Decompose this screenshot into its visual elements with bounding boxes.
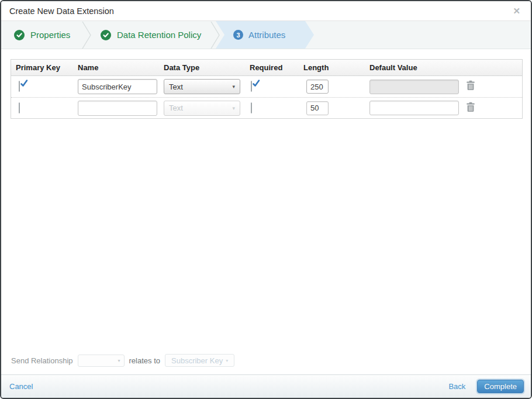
back-link[interactable]: Back (448, 382, 465, 391)
cancel-link[interactable]: Cancel (9, 382, 33, 391)
table-row: Text▾ (11, 98, 522, 118)
send-relationship-row: Send Relationship ▾ relates to Subscribe… (11, 354, 234, 367)
step-divider-chevron-icon (82, 22, 92, 49)
required-checkbox (251, 81, 252, 92)
name-input[interactable] (78, 79, 157, 94)
primary-key-checkbox[interactable] (19, 102, 20, 113)
data-type-select: Text▾ (164, 101, 240, 116)
subscriber-key-value: Subscriber Key (171, 356, 223, 365)
close-icon[interactable]: ✕ (510, 5, 523, 16)
required-checkbox[interactable] (251, 102, 252, 113)
step-complete-check-icon (14, 30, 25, 40)
send-relationship-select: ▾ (78, 355, 125, 367)
name-input[interactable] (78, 101, 157, 116)
data-type-value: Text (169, 104, 183, 112)
data-type-value: Text (169, 82, 183, 91)
delete-row-button[interactable] (465, 80, 476, 91)
wizard-step-data-retention-policy[interactable]: Data Retention Policy (101, 21, 201, 49)
column-header-name: Name (78, 63, 164, 72)
trash-icon (466, 102, 475, 112)
complete-button[interactable]: Complete (477, 380, 524, 393)
wizard-step-properties[interactable]: Properties (1, 21, 70, 49)
length-input[interactable] (306, 80, 329, 94)
default-value-input[interactable] (369, 101, 459, 115)
attributes-table: Primary Key Name Data Type Required Leng… (11, 59, 523, 119)
step-complete-check-icon (101, 30, 111, 40)
modal-titlebar: Create New Data Extension ✕ (1, 1, 531, 21)
column-header-required: Required (250, 63, 303, 72)
column-header-data-type: Data Type (164, 63, 250, 72)
default-value-input (369, 80, 459, 94)
step-label: Attributes (248, 30, 285, 40)
chevron-down-icon: ▾ (232, 105, 235, 111)
trash-icon (466, 80, 475, 91)
column-header-primary-key: Primary Key (11, 63, 78, 72)
length-input[interactable] (306, 101, 329, 115)
column-header-default-value: Default Value (369, 63, 464, 72)
step-label: Data Retention Policy (117, 30, 201, 40)
primary-key-checkbox[interactable] (19, 81, 20, 92)
modal-title: Create New Data Extension (9, 6, 114, 16)
send-relationship-label: Send Relationship (11, 356, 73, 365)
step-label: Properties (30, 30, 70, 40)
create-data-extension-modal: Create New Data Extension ✕ Properties D… (0, 0, 532, 399)
delete-row-button[interactable] (465, 102, 476, 112)
chevron-down-icon: ▾ (226, 358, 228, 363)
relates-to-label: relates to (129, 356, 160, 365)
chevron-down-icon: ▾ (118, 358, 120, 363)
subscriber-key-dropdown: Subscriber Key ▾ (165, 354, 234, 367)
step-number-badge: 3 (233, 30, 243, 40)
modal-footer: Cancel Back Complete (1, 374, 531, 398)
wizard-steps: Properties Data Retention Policy 3 Attri… (1, 21, 531, 49)
table-header-row: Primary Key Name Data Type Required Leng… (11, 60, 522, 76)
column-header-length: Length (303, 63, 369, 72)
data-type-select[interactable]: Text▾ (164, 79, 240, 94)
table-row: Text▾ (11, 76, 522, 98)
wizard-step-attributes[interactable]: 3 Attributes (216, 21, 314, 49)
chevron-down-icon: ▾ (232, 84, 235, 90)
